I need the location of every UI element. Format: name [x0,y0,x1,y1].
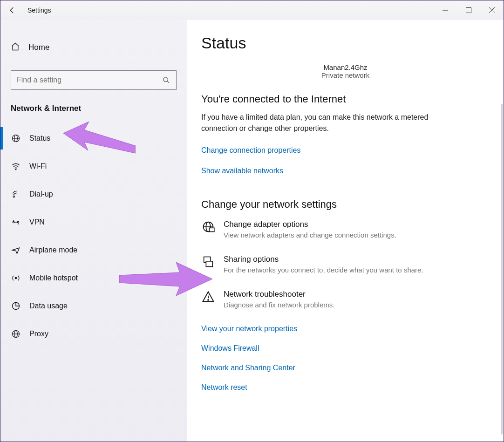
svg-point-9 [15,169,16,170]
sidebar-item-label: Dial-up [29,190,53,198]
network-info: Manan2.4Ghz Private network [276,63,415,79]
minimize-button[interactable] [434,0,457,20]
datausage-icon [11,301,21,311]
sidebar-item-datausage[interactable]: Data usage [0,292,187,320]
content-pane: Status Manan2.4Ghz Private network You'r… [187,20,504,442]
sidebar-item-label: Proxy [29,330,48,338]
sidebar-item-wifi[interactable]: Wi-Fi [0,152,187,180]
link-change-connection-properties[interactable]: Change connection properties [201,146,490,155]
svg-point-10 [13,196,14,197]
connected-heading: You're connected to the Internet [201,93,490,105]
sidebar-item-status[interactable]: Status [0,124,187,152]
option-desc: For the networks you connect to, decide … [224,266,423,274]
svg-rect-1 [466,8,471,13]
adapter-icon [201,220,215,234]
home-button[interactable]: Home [0,36,187,59]
back-button[interactable] [0,0,24,20]
sidebar-item-proxy[interactable]: Proxy [0,320,187,348]
home-label: Home [28,43,49,52]
airplane-icon [11,245,21,255]
sharing-icon [201,255,215,269]
option-change-adapter[interactable]: Change adapter options View network adap… [201,220,490,239]
svg-point-13 [15,277,16,279]
search-box[interactable] [11,70,177,90]
category-heading: Network & Internet [0,104,187,124]
sidebar: Home Network & Internet Status Wi-Fi [0,20,187,442]
close-button[interactable] [480,0,504,20]
search-icon [157,76,176,84]
sidebar-item-vpn[interactable]: VPN [0,208,187,236]
link-show-available-networks[interactable]: Show available networks [201,167,490,175]
wifi-icon [11,161,21,171]
link-network-sharing-center[interactable]: Network and Sharing Center [201,364,490,372]
scrollbar[interactable] [501,104,503,435]
home-icon [11,42,20,54]
sidebar-item-label: Data usage [29,302,68,310]
sidebar-item-dialup[interactable]: Dial-up [0,180,187,208]
svg-point-11 [13,221,14,223]
hotspot-icon [11,273,21,283]
search-input[interactable] [11,71,157,89]
maximize-button[interactable] [457,0,480,20]
svg-point-4 [163,77,168,82]
page-title: Status [201,34,490,52]
svg-point-12 [17,221,19,223]
sidebar-item-label: Status [29,134,50,143]
option-desc: Diagnose and fix network problems. [224,301,334,309]
svg-rect-21 [209,228,214,231]
proxy-icon [11,329,21,339]
vpn-icon [11,217,21,227]
option-desc: View network adapters and change connect… [224,231,396,239]
svg-point-25 [208,299,209,300]
option-troubleshooter[interactable]: Network troubleshooter Diagnose and fix … [201,290,490,309]
connected-body: If you have a limited data plan, you can… [201,112,453,134]
sidebar-item-label: Airplane mode [29,246,77,254]
sidebar-item-hotspot[interactable]: Mobile hotspot [0,264,187,292]
change-settings-heading: Change your network settings [201,198,490,211]
option-sharing[interactable]: Sharing options For the networks you con… [201,255,490,274]
dialup-icon [11,189,21,199]
option-label: Change adapter options [224,220,396,229]
network-name: Manan2.4Ghz [276,63,415,71]
sidebar-item-label: VPN [29,218,45,226]
svg-line-5 [167,81,169,83]
sidebar-item-label: Wi-Fi [29,162,47,170]
window-title: Settings [24,7,51,14]
link-network-reset[interactable]: Network reset [201,383,490,392]
option-label: Sharing options [224,255,423,264]
globe-icon [11,133,21,143]
sidebar-item-airplane[interactable]: Airplane mode [0,236,187,264]
warning-icon [201,290,215,304]
sidebar-item-label: Mobile hotspot [29,274,78,282]
network-type: Private network [276,71,415,79]
svg-rect-23 [206,261,212,267]
option-label: Network troubleshooter [224,290,334,299]
titlebar: Settings [0,0,504,20]
link-windows-firewall[interactable]: Windows Firewall [201,344,490,353]
link-view-network-properties[interactable]: View your network properties [201,325,490,333]
